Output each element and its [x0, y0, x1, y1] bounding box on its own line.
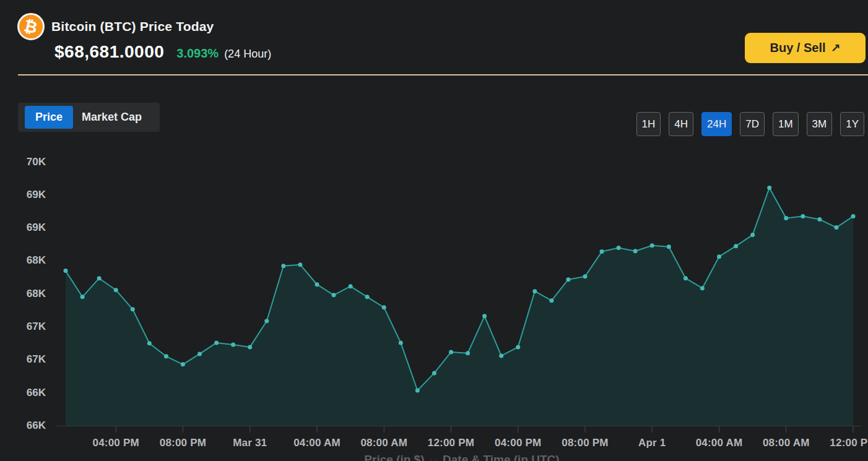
x-axis-label: Apr 1: [614, 437, 690, 449]
y-axis-label: 68K: [14, 254, 46, 267]
x-axis-label: Mar 31: [212, 437, 289, 449]
data-point: [231, 342, 235, 347]
bitcoin-price-page: ₿ Bitcoin (BTC) Price Today $68,681.0000…: [0, 0, 868, 461]
data-point: [801, 214, 805, 218]
data-point: [617, 246, 621, 250]
x-axis-label: 08:00 AM: [345, 437, 422, 449]
data-point: [315, 282, 319, 287]
data-point: [734, 244, 738, 248]
data-point: [214, 340, 219, 345]
data-point: [834, 225, 838, 230]
data-point: [851, 214, 856, 218]
data-point: [499, 353, 503, 358]
data-point: [650, 243, 654, 248]
y-axis-label: 66K: [14, 420, 46, 432]
data-point: [583, 274, 588, 278]
data-point: [549, 298, 553, 303]
data-point: [281, 264, 285, 268]
data-point: [466, 351, 470, 355]
y-axis-label: 70K: [14, 156, 46, 168]
data-point: [114, 288, 118, 292]
data-point: [767, 186, 771, 190]
data-point: [298, 262, 302, 267]
area-fill: [66, 188, 853, 426]
x-axis-label: 08:00 PM: [547, 437, 623, 449]
data-point: [365, 295, 370, 299]
y-axis-label: 69K: [14, 222, 46, 234]
data-point: [566, 277, 570, 282]
y-axis-label: 68K: [14, 288, 46, 300]
data-point: [684, 276, 688, 280]
y-axis-label: 67K: [14, 353, 46, 366]
data-point: [64, 269, 68, 273]
data-point: [97, 276, 102, 280]
data-point: [382, 305, 386, 309]
x-axis-label: 04:00 AM: [680, 437, 757, 449]
data-point: [131, 307, 135, 311]
data-point: [784, 216, 788, 220]
data-point: [264, 319, 269, 323]
x-axis-label: 04:00 PM: [77, 437, 154, 449]
data-point: [164, 354, 168, 358]
data-point: [633, 249, 638, 253]
data-point: [80, 295, 85, 299]
x-axis-label: 12:00 PM: [815, 437, 868, 449]
y-axis-label: 69K: [14, 189, 46, 201]
data-point: [181, 362, 185, 366]
data-point: [750, 233, 755, 237]
data-point: [532, 289, 537, 293]
data-point: [600, 249, 604, 254]
data-point: [700, 286, 705, 290]
data-point: [667, 244, 671, 249]
data-point: [817, 217, 822, 222]
chart-caption: Price (in $) ↔ Date & Time (in UTC): [56, 453, 868, 461]
x-axis-label: 08:00 AM: [748, 437, 825, 449]
x-axis-label: 12:00 PM: [412, 437, 489, 449]
data-point: [399, 340, 403, 345]
y-axis-label: 66K: [14, 387, 46, 399]
data-point: [717, 254, 721, 259]
data-point: [248, 345, 252, 349]
data-point: [516, 345, 520, 349]
data-point: [432, 371, 436, 375]
data-point: [482, 314, 487, 318]
data-point: [332, 293, 336, 297]
data-point: [197, 351, 202, 356]
price-chart: 70K69K69K68K68K67K67K66K66K 04:00 PM08:0…: [0, 0, 868, 461]
data-point: [349, 284, 353, 288]
x-axis-label: 08:00 PM: [144, 437, 221, 449]
data-point: [415, 389, 420, 393]
x-axis-label: 04:00 AM: [279, 437, 355, 449]
data-point: [449, 350, 453, 354]
price-area-chart: [0, 0, 868, 461]
x-axis-label: 04:00 PM: [480, 437, 557, 449]
data-point: [147, 341, 152, 345]
y-axis-label: 67K: [14, 321, 46, 333]
